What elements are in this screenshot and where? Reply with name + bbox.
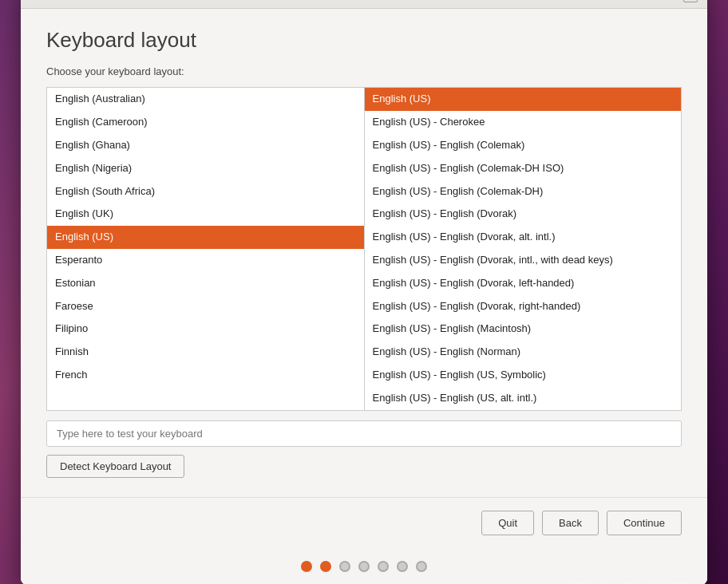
progress-dots bbox=[21, 548, 707, 584]
variant-list-item[interactable]: English (US) - English (Macintosh) bbox=[365, 318, 682, 341]
language-list-item[interactable]: English (UK) bbox=[47, 203, 364, 226]
variant-list-item[interactable]: English (US) bbox=[365, 88, 682, 111]
variant-list-item[interactable]: English (US) - English (Dvorak) bbox=[365, 203, 682, 226]
language-list-item[interactable]: English (Australian) bbox=[47, 88, 364, 111]
language-list-item[interactable]: English (Nigeria) bbox=[47, 157, 364, 180]
progress-dot-5 bbox=[378, 561, 389, 572]
continue-button[interactable]: Continue bbox=[607, 511, 682, 535]
watermark: CSDN @什么时候可以发SC啊 bbox=[569, 580, 694, 584]
back-button[interactable]: Back bbox=[542, 511, 599, 535]
language-list-item[interactable]: French bbox=[47, 364, 364, 387]
language-list-item[interactable]: Esperanto bbox=[47, 249, 364, 272]
subtitle: Choose your keyboard layout: bbox=[46, 65, 682, 77]
main-content: Keyboard layout Choose your keyboard lay… bbox=[21, 9, 707, 496]
variant-list-item[interactable]: English (US) - English (Dvorak, intl., w… bbox=[365, 249, 682, 272]
variant-list-item[interactable]: English (US) - English (Dvorak, right-ha… bbox=[365, 295, 682, 318]
variant-list-item[interactable]: English (US) - English (Colemak-DH ISO) bbox=[365, 157, 682, 180]
language-list-item[interactable]: English (Ghana) bbox=[47, 134, 364, 157]
variant-list-item[interactable]: English (US) - English (Norman) bbox=[365, 341, 682, 364]
language-list-item[interactable]: Filipino bbox=[47, 318, 364, 341]
progress-dot-2 bbox=[320, 561, 331, 572]
progress-dot-4 bbox=[358, 561, 370, 572]
quit-button[interactable]: Quit bbox=[481, 511, 534, 535]
variant-list-item[interactable]: English (US) - English (Dvorak, alt. int… bbox=[365, 226, 682, 249]
variant-list-item[interactable]: English (US) - Cherokee bbox=[365, 111, 682, 134]
page-title: Keyboard layout bbox=[46, 28, 682, 53]
variant-list-item[interactable]: English (US) - English (Colemak-DH) bbox=[365, 180, 682, 203]
language-list-item[interactable]: English (South Africa) bbox=[47, 180, 364, 203]
language-list-item[interactable]: English (US) bbox=[47, 226, 364, 249]
language-list-item[interactable]: Finnish bbox=[47, 341, 364, 364]
progress-dot-1 bbox=[301, 561, 312, 572]
keyboard-lists: English (Australian)English (Cameroon)En… bbox=[46, 87, 682, 410]
keyboard-test-input[interactable] bbox=[46, 420, 682, 447]
detect-keyboard-button[interactable]: Detect Keyboard Layout bbox=[46, 455, 184, 478]
language-list[interactable]: English (Australian)English (Cameroon)En… bbox=[47, 88, 365, 409]
language-list-item[interactable]: Estonian bbox=[47, 272, 364, 295]
variant-list-item[interactable]: English (US) - English (Colemak) bbox=[365, 134, 682, 157]
language-list-item[interactable]: Faroese bbox=[47, 295, 364, 318]
variant-list-item[interactable]: English (US) - English (Dvorak, left-han… bbox=[365, 272, 682, 295]
progress-dot-6 bbox=[397, 561, 408, 572]
variant-list-item[interactable]: English (US) - English (US, Symbolic) bbox=[365, 364, 682, 387]
window-title: Install bbox=[350, 0, 379, 2]
titlebar: Install ✕ bbox=[21, 0, 707, 9]
variant-list[interactable]: English (US)English (US) - CherokeeEngli… bbox=[365, 88, 682, 409]
progress-dot-7 bbox=[416, 561, 427, 572]
install-window: Install ✕ Keyboard layout Choose your ke… bbox=[21, 0, 707, 584]
close-button[interactable]: ✕ bbox=[683, 0, 698, 2]
bottom-bar: Quit Back Continue bbox=[21, 497, 707, 548]
variant-list-item[interactable]: English (US) - English (US, alt. intl.) bbox=[365, 387, 682, 410]
language-list-item[interactable]: English (Cameroon) bbox=[47, 111, 364, 134]
progress-dot-3 bbox=[339, 561, 350, 572]
